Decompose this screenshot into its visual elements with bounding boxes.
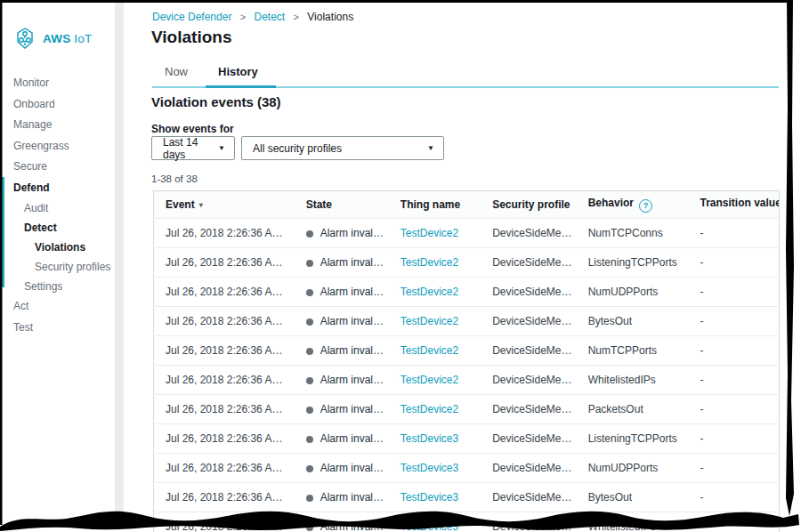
screenshot-frame: AWS IoT MonitorOnboardManageGreengrassSe… xyxy=(0,0,801,532)
sort-chevron-down-icon: ▾ xyxy=(199,201,203,209)
thing-name-cell: TestDevice2 xyxy=(389,336,481,366)
time-range-value: Last 14 days xyxy=(163,136,209,161)
column-header-event[interactable]: Event▾ xyxy=(154,191,295,219)
table-row: Jul 26, 2018 2:26:36 AM -0700 Alarm inva… xyxy=(154,248,780,278)
thing-name-link[interactable]: TestDevice2 xyxy=(400,344,458,357)
state-dot-icon xyxy=(306,289,313,296)
question-circle-icon[interactable] xyxy=(639,199,652,213)
thing-name-link[interactable]: TestDevice3 xyxy=(400,491,458,504)
transition-value-cell: - xyxy=(689,219,780,248)
table-row: Jul 26, 2018 2:26:36 AM -0700 Alarm inva… xyxy=(154,219,780,248)
thing-name-cell: TestDevice2 xyxy=(389,219,481,248)
transition-value-cell: - xyxy=(689,278,780,307)
table-row: Jul 26, 2018 2:26:36 AM -0700 Alarm inva… xyxy=(154,395,780,424)
security-profile-value: All security profiles xyxy=(253,142,342,155)
state-dot-icon xyxy=(306,348,313,355)
violation-events-table: Event▾ State Thing name Security profile… xyxy=(153,190,780,532)
event-cell: Jul 26, 2018 2:26:36 AM -0700 xyxy=(154,395,295,424)
table-row: Jul 26, 2018 2:26:36 AM -0700 Alarm inva… xyxy=(154,483,780,512)
aws-iot-logo[interactable]: AWS IoT xyxy=(13,27,92,50)
sidebar-item-audit[interactable]: Audit xyxy=(2,198,115,218)
column-header-transition-value: Transition value xyxy=(689,191,780,219)
state-cell: Alarm invalidated xyxy=(295,219,389,248)
time-range-dropdown[interactable]: Last 14 days ▼ xyxy=(151,136,235,160)
column-header-behavior: Behavior xyxy=(577,191,689,219)
state-dot-icon xyxy=(306,318,313,326)
behavior-cell: NumTCPConns xyxy=(577,219,689,248)
thing-name-link[interactable]: TestDevice3 xyxy=(400,432,458,445)
table-row: Jul 26, 2018 2:26:36 AM -0700 Alarm inva… xyxy=(154,454,780,483)
table-header-row: Event▾ State Thing name Security profile… xyxy=(154,191,780,219)
state-dot-icon xyxy=(306,260,313,267)
thing-name-link[interactable]: TestDevice2 xyxy=(400,315,458,327)
sidebar-item-violations[interactable]: Violations xyxy=(2,238,115,257)
state-dot-icon xyxy=(306,465,313,472)
thing-name-cell: TestDevice3 xyxy=(389,483,481,512)
page-background: AWS IoT MonitorOnboardManageGreengrassSe… xyxy=(2,3,787,529)
logo-text: AWS IoT xyxy=(43,32,92,45)
transition-value-cell: - xyxy=(689,512,780,532)
behavior-cell: PacketsOut xyxy=(577,395,689,424)
thing-name-link[interactable]: TestDevice2 xyxy=(400,286,458,298)
column-header-security-profile: Security profile xyxy=(481,191,577,219)
security-profile-dropdown[interactable]: All security profiles ▼ xyxy=(241,136,444,160)
breadcrumb-device-defender[interactable]: Device Defender xyxy=(152,11,231,23)
state-cell: Alarm invalidated xyxy=(295,454,389,483)
breadcrumb-detect[interactable]: Detect xyxy=(255,11,286,23)
sidebar-item-manage[interactable]: Manage xyxy=(2,115,115,136)
thing-name-cell: TestDevice2 xyxy=(389,248,481,278)
thing-name-link[interactable]: TestDevice3 xyxy=(400,462,458,474)
state-dot-icon xyxy=(306,230,313,238)
tab-now[interactable]: Now xyxy=(152,60,206,86)
event-cell: Jul 26, 2018 2:26:36 AM -0700 xyxy=(154,424,295,454)
breadcrumb-separator: > xyxy=(294,12,299,22)
security-profile-cell: DeviceSideMetrics-Pr... xyxy=(481,219,577,248)
thing-name-cell: TestDevice2 xyxy=(389,395,481,424)
security-profile-cell: DeviceSideMetrics-Pr... xyxy=(481,483,577,512)
state-dot-icon xyxy=(306,407,313,414)
state-dot-icon xyxy=(306,377,313,384)
table-body: Jul 26, 2018 2:26:36 AM -0700 Alarm inva… xyxy=(154,219,780,532)
state-cell: Alarm invalidated xyxy=(295,395,389,424)
caret-down-icon: ▼ xyxy=(218,144,225,152)
transition-value-cell: - xyxy=(689,424,780,454)
thing-name-link[interactable]: TestDevice2 xyxy=(400,403,458,415)
sidebar-item-act[interactable]: Act xyxy=(2,296,115,318)
behavior-cell: ListeningTCPPorts xyxy=(577,248,689,278)
thing-name-cell: TestDevice3 xyxy=(389,424,481,454)
show-events-label: Show events for xyxy=(151,123,234,135)
sidebar-item-defend[interactable]: Defend xyxy=(2,178,115,199)
behavior-cell: WhitelistedIPs xyxy=(577,512,689,532)
event-cell: Jul 26, 2018 2:26:36 AM -0700 xyxy=(154,512,295,532)
aws-iot-logo-icon xyxy=(13,27,36,50)
event-cell: Jul 26, 2018 2:26:36 AM -0700 xyxy=(154,483,295,512)
sidebar: AWS IoT MonitorOnboardManageGreengrassSe… xyxy=(2,3,115,529)
sidebar-item-security-profiles[interactable]: Security profiles xyxy=(2,257,115,277)
state-cell: Alarm invalidated xyxy=(295,512,389,532)
thing-name-link[interactable]: TestDevice2 xyxy=(400,227,458,239)
state-dot-icon xyxy=(306,495,313,502)
behavior-cell: NumTCPPorts xyxy=(577,336,689,366)
sidebar-item-onboard[interactable]: Onboard xyxy=(2,94,115,116)
tab-history[interactable]: History xyxy=(206,60,276,88)
sidebar-item-settings[interactable]: Settings xyxy=(2,277,115,296)
thing-name-link[interactable]: TestDevice3 xyxy=(400,520,458,532)
thing-name-link[interactable]: TestDevice2 xyxy=(400,374,458,386)
security-profile-cell: DeviceSideMetrics-Pr... xyxy=(481,307,577,336)
sidebar-item-detect[interactable]: Detect xyxy=(2,218,115,238)
sidebar-item-secure[interactable]: Secure xyxy=(2,157,115,178)
state-cell: Alarm invalidated xyxy=(295,483,389,512)
thing-name-link[interactable]: TestDevice2 xyxy=(400,256,458,269)
security-profile-cell: DeviceSideMetrics-Pr... xyxy=(481,512,577,532)
sidebar-item-test[interactable]: Test xyxy=(2,318,115,339)
security-profile-cell: DeviceSideMetrics-Pr... xyxy=(481,366,577,395)
table-row: Jul 26, 2018 2:26:36 AM -0700 Alarm inva… xyxy=(154,278,780,307)
sidebar-item-greengrass[interactable]: Greengrass xyxy=(2,136,115,157)
sidebar-item-monitor[interactable]: Monitor xyxy=(2,73,115,94)
behavior-cell: ListeningTCPPorts xyxy=(577,424,689,454)
state-dot-icon xyxy=(306,524,313,531)
sidebar-nav: MonitorOnboardManageGreengrassSecureDefe… xyxy=(2,73,115,338)
table-row: Jul 26, 2018 2:26:36 AM -0700 Alarm inva… xyxy=(154,307,780,336)
thing-name-cell: TestDevice2 xyxy=(389,278,481,307)
security-profile-cell: DeviceSideMetrics-Pr... xyxy=(481,424,577,454)
